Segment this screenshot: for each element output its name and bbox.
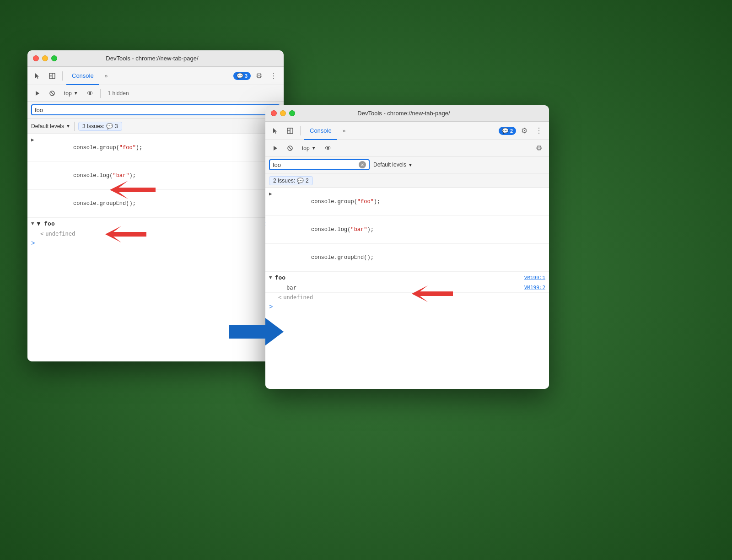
block-icon[interactable] [46,87,59,100]
svg-marker-15 [412,285,453,302]
top-dropdown[interactable]: top ▼ [60,89,82,98]
bar-value: bar [286,285,296,291]
right-expand-triangle-icon: ▶ [269,190,272,198]
svg-marker-8 [229,318,284,345]
right-more-tabs[interactable]: » [339,122,350,140]
right-maximize-button[interactable] [289,110,295,116]
svg-marker-6 [110,181,156,199]
right-clear-search-icon[interactable]: ✕ [359,161,366,168]
run-scripts-icon[interactable] [31,87,44,100]
more-tabs[interactable]: » [101,67,112,85]
right-console-group-line[interactable]: ▶ console.group("foo"); [265,188,549,216]
filter-divider [74,122,75,131]
right-eye-icon[interactable]: 👁 [322,142,334,155]
right-main-toolbar: Console » 💬 2 ⚙ ⋮ [265,122,549,140]
issues-badge[interactable]: 3 Issues: 💬 3 [78,122,122,131]
right-search-value: foo [273,162,281,168]
hidden-count-label: 1 hidden [108,90,129,97]
traffic-lights [33,55,57,61]
close-button[interactable] [33,55,39,61]
right-search-row: foo ✕ Default levels ▼ [265,156,549,173]
right-default-levels[interactable]: Default levels ▼ [373,162,413,168]
foo-label: ▼ foo [37,220,55,227]
right-console-content: ▶ console.group("foo"); console.log("bar… [265,188,549,389]
default-levels-dropdown[interactable]: Default levels ▼ [31,123,70,129]
right-console-log-line: console.log("bar"); [265,216,549,244]
blue-arrow-between [229,316,284,350]
right-bar-line: bar VM199:2 [265,283,549,293]
right-issues-badge[interactable]: 2 Issues: 💬 2 [269,176,313,185]
right-settings-icon[interactable]: ⚙ [518,124,531,137]
svg-marker-12 [274,146,277,151]
right-window-title: DevTools - chrome://new-tab-page/ [301,110,507,117]
undefined-line: < undefined [27,229,284,238]
eye-icon[interactable]: 👁 [84,87,97,100]
minimize-button[interactable] [42,55,48,61]
right-console-settings-icon[interactable]: ⚙ [533,142,545,155]
left-search-bar[interactable]: foo ✕ [31,104,280,115]
right-foo-triangle-icon: ▼ [269,275,272,280]
toolbar-divider [62,71,63,81]
right-less-than-icon: < [278,294,281,301]
left-filter-bar: Default levels ▼ 3 Issues: 💬 3 [27,118,284,134]
console-groupend-line: console.groupEnd(); [27,190,284,218]
right-toolbar-divider [300,126,301,135]
cursor-icon[interactable] [31,70,44,82]
right-search-bar[interactable]: foo ✕ [269,159,370,170]
left-main-toolbar: Console » 💬 3 ⚙ ⋮ [27,67,284,85]
right-dropdown-chevron-icon: ▼ [312,145,316,151]
right-title-bar: DevTools - chrome://new-tab-page/ [265,105,549,122]
right-run-scripts-icon[interactable] [269,142,282,155]
svg-marker-3 [36,91,39,96]
console-log-line: console.log("bar"); [27,162,284,190]
levels-chevron-icon: ▼ [66,124,70,129]
right-kebab-menu-icon[interactable]: ⋮ [533,124,545,137]
right-message-badge: 💬 2 [499,127,516,135]
settings-icon[interactable]: ⚙ [253,70,265,82]
svg-line-5 [51,92,54,95]
panels-icon[interactable] [46,70,59,82]
divider [100,89,101,98]
window-title: DevTools - chrome://new-tab-page/ [63,55,242,62]
expand-triangle-icon: ▶ [31,136,34,144]
right-devtools-window: DevTools - chrome://new-tab-page/ Consol… [265,105,549,389]
message-badge: 💬 3 [233,72,251,80]
right-cursor-icon[interactable] [269,124,282,137]
red-arrow-foo-left [105,224,146,247]
dropdown-chevron-icon: ▼ [74,91,78,96]
left-search-row: foo ✕ [27,102,284,118]
right-console-toolbar: top ▼ 👁 ⚙ [265,140,549,156]
red-arrow-search [110,178,156,203]
right-minimize-button[interactable] [280,110,286,116]
foo-triangle-icon: ▼ [31,221,34,226]
right-vm-ref1: VM199:1 [524,275,545,280]
search-value: foo [35,107,43,113]
less-than-icon: < [40,231,43,237]
foo-group-result[interactable]: ▼ ▼ foo VM111 [27,218,284,229]
left-console-toolbar: top ▼ 👁 1 hidden [27,85,284,102]
right-levels-chevron-icon: ▼ [408,162,413,167]
right-console-tab[interactable]: Console [304,122,337,140]
right-close-button[interactable] [271,110,277,116]
red-arrow-foo-right [412,284,453,306]
right-foo-label: foo [275,274,285,281]
left-title-bar: DevTools - chrome://new-tab-page/ [27,50,284,67]
right-foo-group-result[interactable]: ▼ foo VM199:1 [265,272,549,283]
svg-marker-7 [105,226,146,242]
left-devtools-window: DevTools - chrome://new-tab-page/ Consol… [27,50,284,361]
kebab-menu-icon[interactable]: ⋮ [267,70,280,82]
right-panels-icon[interactable] [284,124,296,137]
right-traffic-lights [271,110,295,116]
right-issues-bar: 2 Issues: 💬 2 [265,173,549,188]
console-prompt[interactable]: > [27,238,284,248]
right-block-icon[interactable] [284,142,296,155]
right-top-dropdown[interactable]: top ▼ [298,144,320,153]
right-undefined-line: < undefined [265,293,549,302]
console-tab[interactable]: Console [66,67,99,85]
maximize-button[interactable] [51,55,57,61]
right-console-prompt[interactable]: > [265,302,549,312]
svg-line-14 [289,146,292,150]
right-vm-ref2: VM199:2 [524,285,545,291]
console-group-line[interactable]: ▶ console.group("foo"); [27,134,284,162]
right-console-groupend-line: console.groupEnd(); [265,244,549,272]
